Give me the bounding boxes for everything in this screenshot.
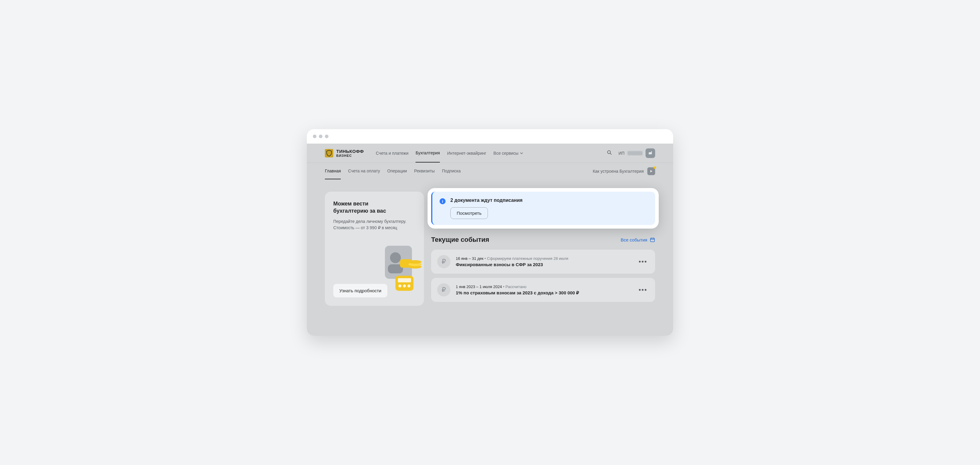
traffic-light-min[interactable] bbox=[319, 135, 323, 138]
top-nav-right: ИП bbox=[606, 148, 655, 158]
ruble-icon: ₽ bbox=[437, 283, 450, 296]
event-meta: 16 янв – 31 дек • Сформируем платежные п… bbox=[456, 256, 632, 261]
event-title: Фиксированные взносы в СФР за 2023 bbox=[456, 262, 632, 267]
user-name-redacted bbox=[627, 151, 643, 155]
subnav-requisites[interactable]: Реквизиты bbox=[414, 163, 435, 179]
browser-frame: ТИНЬКОФФ БИЗНЕС Счета и платежи Бухгалте… bbox=[307, 129, 673, 336]
user-prefix: ИП bbox=[619, 151, 625, 156]
all-events-link[interactable]: Все события bbox=[620, 237, 655, 242]
traffic-light-max[interactable] bbox=[325, 135, 328, 138]
calendar-icon bbox=[650, 237, 655, 242]
event-card[interactable]: ₽ 16 янв – 31 дек • Сформируем платежные… bbox=[431, 250, 655, 274]
search-icon[interactable] bbox=[606, 150, 612, 157]
svg-point-0 bbox=[608, 150, 610, 153]
nav-accounting[interactable]: Бухгалтерия bbox=[415, 144, 440, 162]
nav-accounts-payments[interactable]: Счета и платежи bbox=[376, 144, 409, 162]
subnav-subscription[interactable]: Подписка bbox=[442, 163, 461, 179]
chevron-down-icon bbox=[520, 152, 523, 155]
main-nav-list: Счета и платежи Бухгалтерия Интернет-экв… bbox=[376, 144, 606, 162]
brand-shield-icon bbox=[325, 149, 333, 158]
brand-line1: ТИНЬКОФФ bbox=[336, 149, 364, 153]
svg-point-13 bbox=[407, 285, 410, 287]
sub-nav: Главная Счета на оплату Операции Реквизи… bbox=[307, 163, 673, 180]
traffic-light-close[interactable] bbox=[313, 135, 317, 138]
alert-view-button[interactable]: Посмотреть bbox=[450, 207, 488, 219]
info-icon: i bbox=[439, 198, 445, 204]
event-more-icon[interactable]: ••• bbox=[637, 258, 649, 266]
svg-rect-9 bbox=[395, 276, 414, 291]
promo-card: Можем вести бухгалтерию за вас Передайте… bbox=[325, 192, 424, 306]
event-meta: 1 янв 2023 – 1 июля 2024 • Рассчитано bbox=[456, 285, 632, 289]
nav-all-services[interactable]: Все сервисы bbox=[493, 144, 523, 162]
svg-point-3 bbox=[390, 252, 401, 263]
promo-description: Передайте дела личному бухгалтеру. Стоим… bbox=[333, 218, 415, 231]
play-icon bbox=[648, 167, 655, 175]
event-card[interactable]: ₽ 1 янв 2023 – 1 июля 2024 • Рассчитано … bbox=[431, 278, 655, 302]
event-more-icon[interactable]: ••• bbox=[637, 286, 649, 294]
window-titlebar bbox=[307, 129, 673, 143]
alert-highlight: i 2 документа ждут подписания Посмотреть bbox=[428, 188, 659, 229]
signing-alert: i 2 документа ждут подписания Посмотреть bbox=[431, 192, 655, 225]
ruble-icon: ₽ bbox=[437, 255, 450, 268]
avatar-icon bbox=[646, 148, 655, 158]
svg-rect-14 bbox=[650, 238, 654, 242]
nav-acquiring[interactable]: Интернет-эквайринг bbox=[447, 144, 486, 162]
app-root: ТИНЬКОФФ БИЗНЕС Счета и платежи Бухгалте… bbox=[307, 143, 673, 336]
top-nav: ТИНЬКОФФ БИЗНЕС Счета и платежи Бухгалте… bbox=[307, 143, 673, 163]
user-account-chip[interactable]: ИП bbox=[619, 148, 655, 158]
promo-cta-button[interactable]: Узнать подробности bbox=[333, 284, 387, 298]
brand-line2: БИЗНЕС bbox=[336, 154, 364, 158]
events-heading: Текущие события bbox=[431, 236, 489, 244]
main-column: i 2 документа ждут подписания Посмотреть… bbox=[431, 192, 655, 306]
svg-point-12 bbox=[403, 285, 406, 287]
brand-logo[interactable]: ТИНЬКОФФ БИЗНЕС bbox=[325, 149, 364, 158]
event-title: 1% по страховым взносам за 2023 с дохода… bbox=[456, 290, 632, 296]
svg-rect-1 bbox=[651, 151, 652, 153]
help-link[interactable]: Как устроена Бухгалтерия bbox=[593, 167, 655, 175]
svg-point-11 bbox=[398, 285, 401, 287]
subnav-main[interactable]: Главная bbox=[325, 163, 341, 179]
svg-point-8 bbox=[408, 260, 422, 264]
content-area: Можем вести бухгалтерию за вас Передайте… bbox=[307, 180, 673, 324]
sub-nav-list: Главная Счета на оплату Операции Реквизи… bbox=[325, 163, 593, 179]
events-header: Текущие события Все события bbox=[431, 236, 655, 244]
subnav-operations[interactable]: Операции bbox=[387, 163, 407, 179]
alert-title: 2 документа ждут подписания bbox=[450, 197, 522, 203]
subnav-invoices[interactable]: Счета на оплату bbox=[348, 163, 380, 179]
svg-rect-10 bbox=[398, 278, 411, 282]
promo-title: Можем вести бухгалтерию за вас bbox=[333, 200, 415, 215]
